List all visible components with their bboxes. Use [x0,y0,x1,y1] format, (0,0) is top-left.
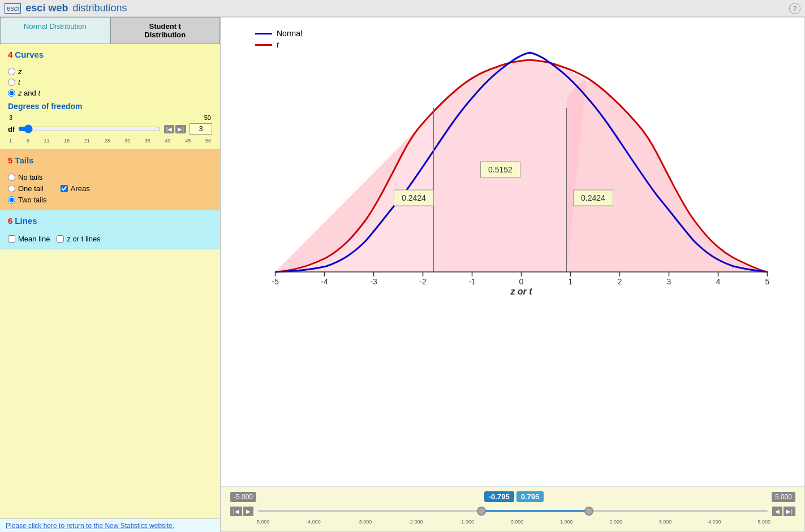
tails-one-radio[interactable] [8,185,15,192]
curves-radio-group: z t z and t [8,67,212,97]
curve-t-radio[interactable] [8,79,15,86]
df-subtitle: Degrees of freedom [8,102,212,111]
mean-line-checkbox[interactable] [8,235,15,243]
svg-text:1: 1 [569,277,573,286]
left-spacer [0,249,220,518]
slider-thumb-left[interactable] [477,507,486,516]
tails-number: 5 [8,155,12,165]
curve-z-radio[interactable] [8,68,15,75]
tails-two-option[interactable]: Two tails [8,196,212,204]
slider-area: -5.000 -0.795 0.795 5.000 |◀ ▶ [221,486,804,531]
svg-text:0: 0 [519,277,524,286]
svg-text:3: 3 [667,277,671,286]
slider-right-end: 5.000 [772,492,795,502]
df-last-button[interactable]: ▶| [175,125,186,133]
df-first-button[interactable]: |◀ [164,125,175,133]
df-area: 3 50 df |◀ ▶| 16111621283035404550 [8,114,212,144]
tab-bar: Normal Distribution Student t Distributi… [0,17,220,44]
df-slider[interactable] [18,124,161,133]
curve-t-label: t [18,78,20,86]
footer-link[interactable]: Please click here to return to the New S… [6,522,174,530]
slider-right-val: 0.795 [516,491,544,502]
svg-text:-5: -5 [272,277,279,286]
slider-prev-button[interactable]: ▶ [243,507,253,516]
df-label: df [8,125,15,133]
curves-title: Curves [15,50,44,59]
curve-zandt-radio[interactable] [8,89,15,97]
df-controls: df |◀ ▶| [8,123,212,135]
slider-mid-values: -0.795 0.795 [484,491,544,502]
esci-logo: esci [5,3,21,14]
zort-lines-option[interactable]: z or t lines [57,235,100,243]
tails-two-label: Two tails [18,196,47,204]
curves-section: 4 Curves z t z and t [0,44,220,150]
app-title: esci web [25,2,68,14]
lines-number: 6 [8,216,12,226]
slider-next-button[interactable]: ◀ [772,507,782,516]
legend-normal: Normal [255,29,302,38]
svg-text:0.2424: 0.2424 [581,193,605,202]
svg-text:-2: -2 [419,277,427,286]
svg-text:5: 5 [765,277,770,286]
curve-zandt-label: z and t [18,89,40,97]
df-ticks: 16111621283035404550 [8,138,212,144]
app-subtitle: distributions [72,2,127,14]
footer: Please click here to return to the New S… [0,518,220,532]
lines-title: Lines [15,216,37,226]
distribution-chart: -5 -4 -3 -2 -1 0 1 2 [233,23,793,295]
slider-ticks: -5.000 -4.000 -3.000 -2.000 -1.000 0.000… [230,519,795,525]
curve-z-option[interactable]: z [8,67,212,76]
app-header: esci esci web distributions ? [0,0,805,17]
range-slider-container: |◀ ▶ ◀ ▶| [230,504,795,518]
svg-text:z or t: z or t [510,287,532,295]
slider-values-row: -5.000 -0.795 0.795 5.000 [230,491,795,502]
zort-lines-checkbox[interactable] [57,235,64,243]
curve-t-option[interactable]: t [8,78,212,86]
right-panel: Normal t [221,17,805,532]
chart-legend: Normal t [255,29,302,49]
slider-right-nav: ◀ ▶| [772,507,795,516]
slider-first-button[interactable]: |◀ [230,507,242,516]
tails-one-option[interactable]: One tail [8,184,44,193]
lines-controls: Mean line z or t lines [8,235,212,243]
curve-zandt-option[interactable]: z and t [8,89,212,97]
tails-controls: No tails One tail Areas [8,173,212,204]
slider-left-end: -5.000 [230,492,256,502]
svg-text:-3: -3 [370,277,377,286]
tab-normal[interactable]: Normal Distribution [0,17,110,44]
slider-last-button[interactable]: ▶| [784,507,795,516]
tails-section: 5 Tails No tails One tail [0,150,220,210]
df-range-labels: 3 50 [8,114,212,121]
svg-text:-1: -1 [468,277,476,286]
chart-area: Normal t [221,18,804,486]
legend-t: t [255,40,302,49]
curve-z-label: z [18,67,22,76]
tails-none-radio[interactable] [8,174,15,181]
tab-student[interactable]: Student t Distribution [110,17,221,44]
tails-two-radio[interactable] [8,196,15,204]
legend-t-line [255,44,272,46]
slider-left-nav: |◀ ▶ [230,507,253,516]
svg-text:-4: -4 [321,277,328,286]
svg-text:2: 2 [618,277,622,286]
mean-line-label: Mean line [18,235,50,243]
tails-title: Tails [15,155,33,165]
areas-label: Areas [71,184,90,193]
slider-track [258,504,768,518]
help-button[interactable]: ? [789,3,800,14]
zort-lines-label: z or t lines [67,235,100,243]
legend-normal-label: Normal [277,29,302,38]
mean-line-option[interactable]: Mean line [8,235,50,243]
tails-none-option[interactable]: No tails [8,173,212,181]
lines-section: 6 Lines Mean line z or t lines [0,210,220,249]
svg-text:0.2424: 0.2424 [402,193,426,202]
df-value-input[interactable] [190,123,212,135]
slider-thumb-right[interactable] [584,507,593,516]
areas-checkbox[interactable] [61,185,68,192]
curves-number: 4 [8,50,12,59]
legend-normal-line [255,33,272,34]
areas-checkbox-item[interactable]: Areas [61,184,90,193]
slider-left-val: -0.795 [484,491,514,502]
svg-text:4: 4 [716,277,721,286]
df-nav-buttons: |◀ ▶| [164,125,186,133]
